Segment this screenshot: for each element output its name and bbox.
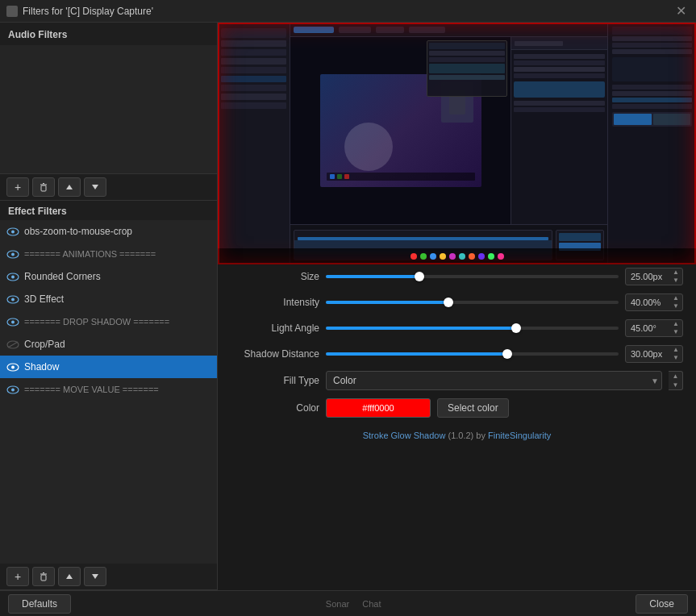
right-panel: Size 25.00px ▲ ▼ Intensity [218,23,696,590]
eye-icon-sep-move-value[interactable] [6,385,19,394]
plugin-author: FiniteSingularity [488,431,551,440]
light-angle-spin-btns: ▲ ▼ [671,320,681,336]
effect-filters-toolbar: + [0,564,217,590]
bottom-status: Sonar Chat [326,599,381,609]
eye-icon-rounded-corners[interactable] [6,272,19,281]
light-angle-slider-thumb[interactable] [511,323,521,333]
author-link[interactable]: FiniteSingularity [488,431,551,440]
effect-up-button[interactable] [58,567,81,586]
intensity-spin-btns: ▲ ▼ [671,294,681,310]
close-window-button[interactable]: ✕ [673,5,690,18]
trash-icon-2 [39,572,48,581]
effect-down-button[interactable] [84,567,106,586]
svg-marker-4 [92,185,98,189]
preview-strip [218,248,696,264]
size-spin-up[interactable]: ▲ [671,268,681,277]
shadow-distance-slider[interactable] [326,346,619,362]
color-hex-value: #fff0000 [362,403,394,413]
shadow-distance-spin-down[interactable]: ▼ [671,354,681,362]
filter-item-sep-drop-shadow[interactable]: ======= DROP SHADOW ======= [0,310,217,333]
trash-icon [39,182,48,192]
light-angle-spin-down[interactable]: ▼ [671,328,681,336]
plugin-link[interactable]: Stroke Glow Shadow [363,431,448,440]
filter-item-obs-zoom[interactable]: obs-zoom-to-mouse-crop [0,220,217,243]
eye-open-icon-6 [6,363,19,372]
close-button[interactable]: Close [636,594,688,614]
filter-item-rounded-corners[interactable]: Rounded Corners [0,265,217,288]
strip-dot-cyan [459,253,465,260]
shadow-distance-slider-thumb[interactable] [502,349,512,359]
intensity-slider-thumb[interactable] [444,298,453,307]
strip-dot-purple [449,253,456,260]
strip-dot-red [411,253,417,260]
preview-image [218,23,696,264]
status-chat: Chat [362,599,381,609]
eye-icon-shadow[interactable] [6,362,19,372]
size-value-box: 25.00px ▲ ▼ [625,268,683,285]
color-swatch[interactable]: #fff0000 [326,398,431,418]
audio-remove-button[interactable] [32,177,55,197]
eye-open-icon-5 [6,318,19,327]
up-arrow-icon [65,184,73,190]
size-slider-fill [326,275,419,278]
light-angle-spin-up[interactable]: ▲ [671,320,681,328]
svg-point-6 [11,230,15,233]
fill-type-spin-down[interactable]: ▼ [669,381,682,389]
strip-dot-lime [488,253,494,260]
eye-open-icon-3 [6,273,19,281]
down-arrow-icon-2 [91,573,99,580]
audio-down-button[interactable] [84,177,106,197]
title-bar-left: Filters for '[C] Display Capture' [6,6,153,17]
fill-type-label: Fill Type [231,375,319,386]
eye-icon-sep-drop-shadow[interactable] [6,317,19,327]
effect-add-button[interactable]: + [6,567,29,586]
plugin-version: (1.0.2) by [448,431,488,440]
eye-icon-obs-zoom[interactable] [6,227,19,236]
effect-remove-button[interactable] [32,567,55,586]
select-color-button[interactable]: Select color [437,398,509,418]
eye-icon-crop-pad[interactable] [6,339,19,349]
shadow-distance-label: Shadow Distance [231,348,319,360]
eye-icon-3d-effect[interactable] [6,294,19,304]
filter-label-sep-move-value: ======= MOVE VALUE ======= [24,385,159,394]
status-sonar: Sonar [326,599,349,609]
light-angle-slider-fill [326,327,516,330]
audio-filters-list [0,45,217,174]
filter-item-sep-move-value[interactable]: ======= MOVE VALUE ======= [0,378,217,401]
eye-open-icon-7 [6,385,19,394]
audio-filters-toolbar: + [0,174,217,201]
filter-item-crop-pad[interactable]: Crop/Pad [0,333,217,356]
svg-marker-24 [66,574,73,579]
svg-line-15 [8,342,18,348]
eye-open-icon-2 [6,250,19,259]
eye-icon-sep-animations[interactable] [6,249,19,259]
eye-open-icon [6,227,19,236]
intensity-spin-down[interactable]: ▼ [671,302,681,310]
fill-type-select[interactable]: Color Image Gradient [326,371,662,390]
filter-label-rounded-corners: Rounded Corners [24,271,101,282]
preview-area [218,23,696,264]
svg-marker-3 [66,185,73,189]
intensity-slider[interactable] [326,294,619,310]
fill-type-spin-up[interactable]: ▲ [669,372,682,381]
svg-point-20 [11,388,15,391]
audio-up-button[interactable] [58,177,81,197]
color-row: Color #fff0000 Select color [231,398,683,418]
size-slider[interactable] [326,268,619,285]
filter-item-3d-effect[interactable]: 3D Effect [0,288,217,310]
svg-point-10 [11,275,15,278]
intensity-spin-up[interactable]: ▲ [671,294,681,302]
size-slider-track [326,275,619,278]
light-angle-slider[interactable] [326,320,619,336]
filter-item-shadow[interactable]: Shadow [0,356,217,378]
size-spin-down[interactable]: ▼ [671,277,681,285]
size-slider-thumb[interactable] [415,272,424,281]
svg-point-18 [11,365,15,368]
audio-add-button[interactable]: + [6,177,29,197]
filter-item-sep-animations[interactable]: ======= ANIMATIONS ======= [0,243,217,265]
shadow-distance-spin-up[interactable]: ▲ [671,346,681,354]
eye-closed-icon [6,340,19,349]
defaults-button[interactable]: Defaults [8,594,71,614]
light-angle-value-box: 45.00° ▲ ▼ [625,319,683,337]
controls-area: Size 25.00px ▲ ▼ Intensity [218,264,696,590]
